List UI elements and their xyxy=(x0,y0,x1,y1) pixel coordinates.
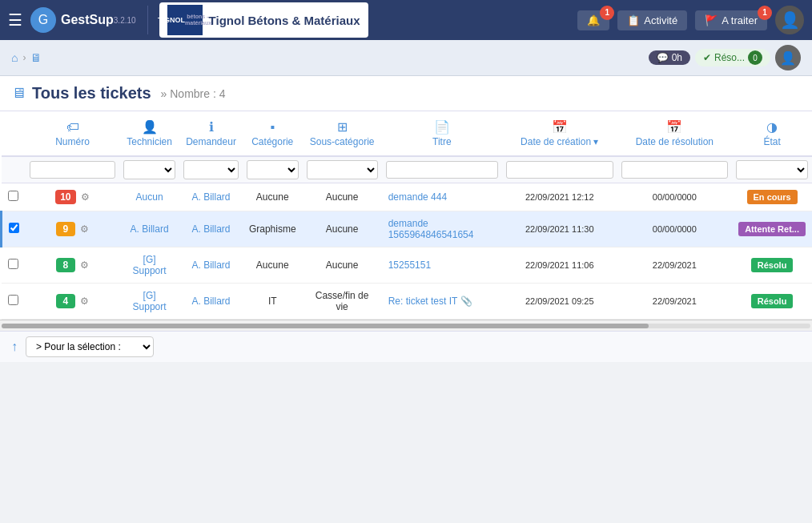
activity-button[interactable]: 📋 Activité xyxy=(617,10,687,30)
row-checkbox-cell xyxy=(2,183,26,211)
col-sous-categorie[interactable]: ⊞ Sous-catégorie xyxy=(303,111,382,156)
hamburger-menu-button[interactable]: ☰ xyxy=(8,10,22,30)
ticket-number-badge: 10 xyxy=(55,190,75,204)
status-badge: Attente Ret... xyxy=(738,222,806,236)
app-logo-icon: G xyxy=(30,7,56,33)
status-badge: Résolu xyxy=(751,258,794,272)
col-demandeur[interactable]: ℹ Demandeur xyxy=(179,111,243,156)
row-sous-categorie: Aucune xyxy=(303,183,382,211)
resolve-count: 0 xyxy=(748,50,762,65)
row-technicien[interactable]: Aucun xyxy=(119,183,179,211)
row-demandeur[interactable]: A. Billard xyxy=(179,211,243,247)
col-categorie[interactable]: ▪ Catégorie xyxy=(243,111,303,156)
row-titre[interactable]: demande 444 xyxy=(382,183,502,211)
scrollbar-track[interactable] xyxy=(2,324,810,328)
col-technicien[interactable]: 👤 Technicien xyxy=(119,111,179,156)
row-checkbox[interactable] xyxy=(8,295,18,305)
row-technicien[interactable]: A. Billard xyxy=(119,211,179,247)
activity-label: Activité xyxy=(644,14,677,26)
col-numero[interactable]: 🏷 Numéro xyxy=(26,111,119,156)
subcategory-icon: ⊞ xyxy=(309,119,376,135)
filter-sous-categorie-cell xyxy=(303,156,382,183)
row-technicien[interactable]: [G] Support xyxy=(119,284,179,320)
breadcrumb-avatar[interactable]: 👤 xyxy=(775,45,801,70)
row-checkbox-cell xyxy=(2,284,26,320)
table-row[interactable]: 8 ⚙ [G] Support A. Billard Aucune Aucune… xyxy=(2,247,813,284)
horizontal-scrollbar[interactable] xyxy=(0,320,812,331)
row-demandeur[interactable]: A. Billard xyxy=(179,247,243,284)
filter-demandeur-select[interactable] xyxy=(183,160,239,179)
scroll-up-button[interactable]: ↑ xyxy=(11,340,18,354)
filter-etat-select[interactable] xyxy=(736,160,808,179)
filter-numero-input[interactable] xyxy=(30,161,115,179)
timer-pill: 💬 0h xyxy=(649,50,690,65)
gear-icon: ⚙ xyxy=(81,191,90,203)
row-categorie: Graphisme xyxy=(243,211,303,247)
row-titre[interactable]: Re: ticket test IT 📎 xyxy=(382,284,502,320)
flag-icon: 🚩 xyxy=(705,14,718,26)
notifications-badge: 1 xyxy=(600,6,614,20)
table-row[interactable]: 4 ⚙ [G] Support A. Billard IT Casse/fin … xyxy=(2,284,813,320)
row-sous-categorie: Aucune xyxy=(303,211,382,247)
row-titre[interactable]: 15255151 xyxy=(382,247,502,284)
resolve-pill: ✔ Réso... 0 xyxy=(695,49,770,66)
filter-categorie-cell xyxy=(243,156,303,183)
filter-technicien-select[interactable] xyxy=(123,160,175,179)
a-traiter-button[interactable]: 🚩 A traiter 1 xyxy=(695,10,767,30)
table-row[interactable]: 9 ⚙ A. Billard A. Billard Graphisme Aucu… xyxy=(2,211,813,247)
page-header: 🖥 Tous les tickets » Nombre : 4 xyxy=(0,76,812,111)
filter-date-creation-input[interactable] xyxy=(506,161,613,179)
table-row[interactable]: 10 ⚙ Aucun A. Billard Aucune Aucune dema… xyxy=(2,183,813,211)
bottom-bar: ↑ > Pour la sélection : xyxy=(0,331,812,362)
table-filter-row xyxy=(2,156,813,183)
company-name: Tignol Bétons & Matériaux xyxy=(209,14,360,27)
notifications-button[interactable]: 🔔 1 xyxy=(577,10,609,30)
filter-date-resolution-input[interactable] xyxy=(621,161,729,179)
nav-divider xyxy=(147,6,148,34)
filter-date-resolution-cell xyxy=(617,156,733,183)
bell-icon: 🔔 xyxy=(587,14,600,26)
ticket-breadcrumb[interactable]: 🖥 xyxy=(30,51,42,64)
table-header-row: 🏷 Numéro 👤 Technicien ℹ Demandeur ▪ Caté… xyxy=(2,111,813,156)
info-icon: ℹ xyxy=(186,119,236,135)
row-technicien[interactable]: [G] Support xyxy=(119,247,179,284)
app-logo: G GestSup 3.2.10 xyxy=(30,7,136,33)
row-checkbox-cell xyxy=(2,211,26,247)
filter-categorie-select[interactable] xyxy=(247,160,299,179)
ticket-number-badge: 8 xyxy=(56,258,75,272)
filter-etat-cell xyxy=(732,156,812,183)
row-demandeur[interactable]: A. Billard xyxy=(179,284,243,320)
row-etat: Attente Ret... xyxy=(732,211,812,247)
status-badge: Résolu xyxy=(751,294,794,308)
filter-titre-input[interactable] xyxy=(386,161,498,179)
row-checkbox[interactable] xyxy=(8,191,18,201)
row-date-resolution: 00/00/0000 xyxy=(617,211,733,247)
selection-action-select[interactable]: > Pour la sélection : xyxy=(26,336,154,357)
gear-icon: ⚙ xyxy=(80,259,89,271)
row-titre[interactable]: demande 1565964846541654 xyxy=(382,211,502,247)
home-breadcrumb[interactable]: ⌂ xyxy=(11,51,18,64)
flag-badge: 1 xyxy=(758,6,772,20)
row-categorie: Aucune xyxy=(243,183,303,211)
row-checkbox[interactable] xyxy=(9,223,19,233)
app-version: 3.2.10 xyxy=(114,16,136,25)
title-icon: 📄 xyxy=(388,119,496,135)
col-etat[interactable]: ◑ État xyxy=(732,111,812,156)
ticket-table: 🏷 Numéro 👤 Technicien ℹ Demandeur ▪ Caté… xyxy=(0,111,812,320)
ticket-number-badge: 4 xyxy=(56,294,75,308)
row-demandeur[interactable]: A. Billard xyxy=(179,183,243,211)
user-avatar[interactable]: 👤 xyxy=(775,6,804,34)
row-date-creation: 22/09/2021 11:06 xyxy=(502,247,617,284)
row-checkbox[interactable] xyxy=(8,259,18,269)
ticket-table-wrapper: 🏷 Numéro 👤 Technicien ℹ Demandeur ▪ Caté… xyxy=(0,111,812,320)
filter-sous-categorie-select[interactable] xyxy=(307,160,378,179)
company-logo-image: TIGNOL bétons – matériaux xyxy=(167,5,203,35)
filter-date-creation-cell xyxy=(502,156,617,183)
col-titre[interactable]: 📄 Titre xyxy=(382,111,502,156)
col-date-creation[interactable]: 📅 Date de création ▾ xyxy=(502,111,617,156)
chat-icon: 💬 xyxy=(657,52,669,63)
row-etat: Résolu xyxy=(732,284,812,320)
col-date-resolution[interactable]: 📅 Date de résolution xyxy=(617,111,733,156)
breadcrumb-bar: ⌂ › 🖥 💬 0h ✔ Réso... 0 👤 xyxy=(0,40,812,76)
scrollbar-thumb[interactable] xyxy=(2,324,649,328)
